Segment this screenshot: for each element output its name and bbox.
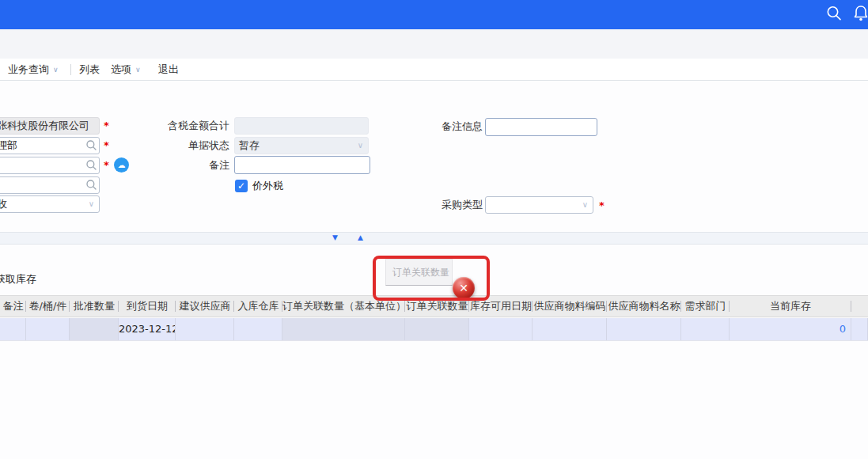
collapse-up-icon[interactable]: ▲ [358,233,363,241]
grid-cell[interactable] [176,318,234,340]
total-amount-label: 含税金额合计 [150,117,229,135]
grid-cell[interactable] [234,318,282,340]
required-marker: * [104,159,109,171]
grid-header-cell[interactable]: 入库仓库 [234,296,282,317]
grid-cell[interactable]: 2023-12-12 [119,318,176,340]
menu-item-exit[interactable]: 退出 [158,59,179,80]
chevron-down-icon: ∨ [89,196,94,212]
tax-checkbox[interactable]: ✓ [235,180,248,192]
company-field [0,117,100,135]
chevron-down-icon: ∨ [582,197,588,213]
drag-ghost-column: 订单关联数量 [385,259,453,286]
grid-cell[interactable] [681,318,730,340]
tax-checkbox-label: 价外税 [252,179,283,193]
search-icon[interactable] [825,4,843,23]
grid-cell[interactable] [607,318,681,340]
search-lookup-icon[interactable] [85,159,97,171]
required-marker: * [104,119,109,131]
menu-item-list[interactable]: 列表 [79,59,100,80]
purchase-type-select[interactable]: ∨ [485,196,593,214]
grid-header-cell[interactable]: 订单关联数量（基本单位） [282,296,405,317]
grid-cell[interactable] [70,318,119,340]
chevron-down-icon: ∨ [135,66,141,74]
grid-cell[interactable] [405,318,469,340]
grid-cell[interactable] [26,318,70,340]
grid-header-cell[interactable]: 备注 [0,296,26,317]
menu-divider [70,64,71,75]
grid-header-cell[interactable]: 供应商物料编码 [533,296,607,317]
grid-header-cell[interactable]: 订单关联数量 [405,296,469,317]
app-window: 业务查询∨ 列表 选项∨ 退出 * * * ☁ 收 ∨ 含税金额 [0,0,868,459]
grid-cell[interactable]: 0 [730,318,851,340]
top-navbar [0,0,868,29]
total-amount-field [234,117,369,135]
doc-status-label: 单据状态 [150,137,229,154]
bell-icon[interactable] [852,4,868,23]
purchase-type-label: 采购类型 [411,196,483,214]
toolbar-band [0,29,868,59]
grid-header-cell[interactable]: 库存可用日期 [469,296,533,317]
grid-header-row: 备注卷/桶/件批准数量到货日期建议供应商入库仓库订单关联数量（基本单位）订单关联… [0,295,868,317]
menubar: 业务查询∨ 列表 选项∨ 退出 [0,59,868,81]
grid-header-cell[interactable]: 卷/桶/件 [26,296,70,317]
doc-status-select: 暂存 ∨ [234,137,369,154]
chevron-down-icon: ∨ [53,66,59,74]
required-marker: * [104,139,109,151]
grid-header-cell[interactable]: 需求部门 [681,296,730,317]
grid-cell[interactable] [851,318,868,340]
grid-header-cell[interactable]: 批准数量 [70,296,119,317]
required-marker: * [599,199,605,211]
receive-type-select[interactable]: 收 ∨ [0,195,100,213]
cloud-icon[interactable]: ☁ [114,157,129,173]
remark-input[interactable] [234,156,370,174]
search-lookup-icon[interactable] [85,139,97,151]
get-stock-button[interactable]: 获取库存 [0,272,36,286]
grid-cell[interactable] [0,318,26,340]
error-x-icon: ✕ [453,277,475,299]
menu-item-business-query[interactable]: 业务查询∨ [8,59,59,81]
grid-cell[interactable] [533,318,607,340]
remark-info-input[interactable] [485,118,597,136]
grid-cell[interactable] [282,318,405,340]
collapse-divider: ▼ ▲ [0,232,868,245]
grid-data-row: 2023-12-120 [0,318,868,341]
collapse-down-icon[interactable]: ▼ [332,233,338,241]
grid-cell[interactable] [469,318,533,340]
grid-header-cell[interactable]: 当前库存 [730,296,851,317]
grid-header-cell[interactable]: 建议供应商 [176,296,234,317]
remark-info-label: 备注信息 [411,118,483,135]
remark-label: 备注 [150,157,229,174]
search-lookup-icon[interactable] [85,179,97,191]
grid-header-cell[interactable]: 到货日期 [119,296,176,317]
chevron-down-icon: ∨ [358,138,363,154]
menu-item-options[interactable]: 选项∨ [111,59,141,81]
grid-header-cell[interactable] [851,296,868,317]
grid-header-cell[interactable]: 供应商物料名称 [607,296,681,317]
